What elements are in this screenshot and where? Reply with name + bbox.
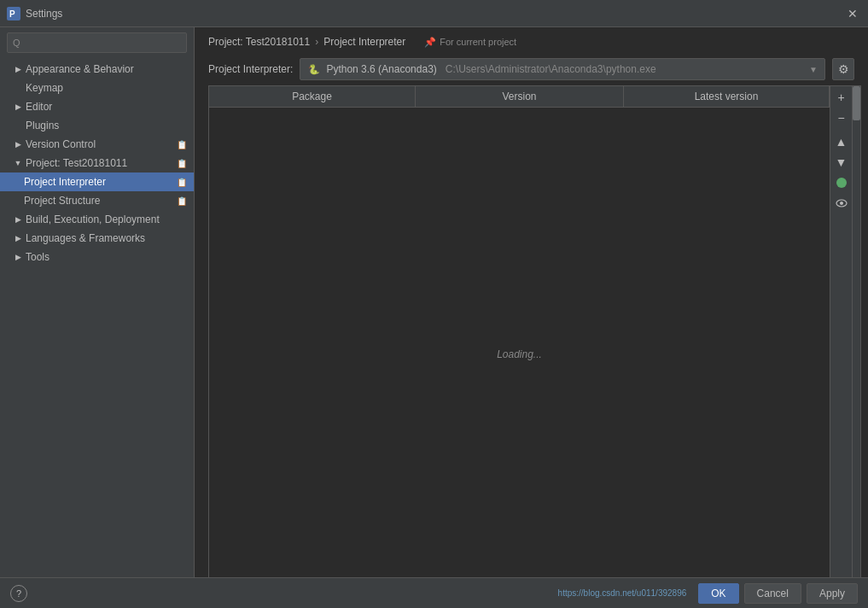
sidebar-item-project-interpreter[interactable]: Project Interpreter 📋 — [0, 172, 194, 191]
search-box[interactable]: Q — [7, 32, 187, 53]
bottom-left: ? — [10, 585, 27, 602]
title-bar-left: P Settings — [7, 7, 62, 20]
eye-button[interactable] — [832, 194, 851, 213]
main-layout: Q ▶ Appearance & Behavior Keymap ▶ Edito… — [0, 27, 868, 608]
sidebar-item-languages[interactable]: ▶ Languages & Frameworks — [0, 229, 194, 248]
copy-icon: 📋 — [177, 178, 187, 187]
expand-arrow-icon: ▶ — [14, 65, 22, 73]
url-link: https://blog.csdn.net/u011/392896 — [558, 588, 687, 598]
interpreter-gear-button[interactable]: ⚙ — [832, 58, 854, 80]
breadcrumb-project: Project: Test20181011 — [208, 36, 310, 48]
sidebar-item-label: Appearance & Behavior — [26, 63, 134, 75]
packages-table-wrapper: Package Version Latest version Loading..… — [208, 85, 861, 601]
scroll-down-button[interactable]: ▼ — [832, 153, 851, 172]
sidebar-item-plugins[interactable]: Plugins — [0, 116, 194, 135]
expand-arrow-icon: ▶ — [14, 215, 22, 224]
green-circle-icon — [836, 178, 847, 188]
sidebar-item-tools[interactable]: ▶ Tools — [0, 248, 194, 266]
bottom-bar: ? https://blog.csdn.net/u011/392896 OK C… — [0, 577, 868, 608]
sidebar-item-editor[interactable]: ▶ Editor — [0, 97, 194, 116]
sidebar-item-build-execution[interactable]: ▶ Build, Execution, Deployment — [0, 210, 194, 229]
packages-table: Package Version Latest version Loading..… — [209, 86, 830, 600]
sidebar-item-version-control[interactable]: ▶ Version Control 📋 — [0, 135, 194, 154]
sidebar-item-label: Keymap — [26, 82, 63, 94]
sidebar-item-label: Editor — [26, 101, 52, 113]
for-current-project: 📌 For current project — [424, 37, 516, 48]
svg-text:P: P — [9, 9, 15, 19]
interpreter-row: Project Interpreter: 🐍 Python 3.6 (Anaco… — [195, 53, 868, 85]
breadcrumb-page: Project Interpreter — [323, 36, 405, 48]
sidebar-item-project-structure[interactable]: Project Structure 📋 — [0, 191, 194, 210]
table-body: Loading... — [209, 108, 830, 600]
eye-icon — [836, 197, 848, 209]
sidebar-item-label: Tools — [26, 251, 50, 263]
python-icon: 🐍 — [307, 62, 321, 76]
expand-arrow-icon: ▶ — [14, 234, 22, 243]
column-latest-version: Latest version — [624, 86, 830, 107]
breadcrumb: Project: Test20181011 › Project Interpre… — [195, 27, 868, 53]
interpreter-path: C:\Users\Administrator\Anaconda3\python.… — [446, 63, 656, 75]
sidebar-item-label: Project: Test20181011 — [26, 157, 127, 169]
sidebar-item-label: Plugins — [26, 120, 59, 132]
copy-icon: 📋 — [177, 196, 187, 206]
breadcrumb-separator: › — [315, 36, 318, 48]
app-icon: P — [7, 7, 20, 20]
content-area: Project: Test20181011 › Project Interpre… — [195, 27, 868, 608]
expand-arrow-icon: ▼ — [14, 159, 22, 167]
close-button[interactable]: ✕ — [844, 5, 861, 22]
sidebar-item-keymap[interactable]: Keymap — [0, 79, 194, 97]
spacer-icon — [14, 84, 22, 92]
dropdown-arrow-icon: ▼ — [809, 65, 818, 74]
search-icon: Q — [13, 38, 20, 48]
remove-package-button[interactable]: − — [832, 108, 851, 127]
sidebar-item-label: Project Interpreter — [24, 176, 106, 188]
apply-button[interactable]: Apply — [807, 583, 858, 604]
window-title: Settings — [26, 8, 62, 20]
expand-arrow-icon: ▶ — [14, 253, 22, 261]
loading-text: Loading... — [497, 348, 542, 360]
bottom-right: https://blog.csdn.net/u011/392896 OK Can… — [558, 583, 858, 604]
scrollbar[interactable] — [852, 86, 860, 600]
sidebar-item-label: Version Control — [26, 138, 96, 150]
sidebar-item-appearance[interactable]: ▶ Appearance & Behavior — [0, 60, 194, 79]
green-circle-button[interactable] — [832, 173, 851, 192]
scroll-up-button[interactable]: ▲ — [832, 132, 851, 151]
spacer-icon — [14, 121, 22, 130]
sidebar-item-label: Languages & Frameworks — [26, 232, 145, 244]
sidebar-item-label: Build, Execution, Deployment — [26, 213, 160, 225]
scrollbar-thumb[interactable] — [853, 86, 860, 120]
sidebar-section: ▶ Appearance & Behavior Keymap ▶ Editor … — [0, 58, 194, 268]
interpreter-select[interactable]: 🐍 Python 3.6 (Anaconda3) C:\Users\Admini… — [300, 58, 825, 80]
right-actions: + − ▲ ▼ — [830, 86, 852, 600]
interpreter-name: Python 3.6 (Anaconda3) — [326, 63, 436, 75]
expand-arrow-icon: ▶ — [14, 140, 22, 149]
column-version: Version — [416, 86, 624, 107]
sidebar-item-label: Project Structure — [24, 195, 100, 207]
pin-icon: 📌 — [424, 37, 436, 48]
column-package: Package — [209, 86, 416, 107]
copy-icon: 📋 — [177, 159, 187, 168]
help-button[interactable]: ? — [10, 585, 27, 602]
interpreter-label: Project Interpreter: — [208, 63, 293, 75]
for-current-text: For current project — [440, 37, 516, 47]
ok-button[interactable]: OK — [698, 583, 738, 604]
svg-point-3 — [840, 202, 843, 205]
title-bar: P Settings ✕ — [0, 0, 868, 27]
sidebar-item-project[interactable]: ▼ Project: Test20181011 📋 — [0, 154, 194, 172]
table-header: Package Version Latest version — [209, 86, 830, 108]
cancel-button[interactable]: Cancel — [744, 583, 801, 604]
sidebar: Q ▶ Appearance & Behavior Keymap ▶ Edito… — [0, 27, 195, 608]
add-package-button[interactable]: + — [832, 88, 851, 107]
copy-icon: 📋 — [177, 140, 187, 149]
search-input[interactable] — [24, 37, 181, 49]
expand-arrow-icon: ▶ — [14, 102, 22, 111]
